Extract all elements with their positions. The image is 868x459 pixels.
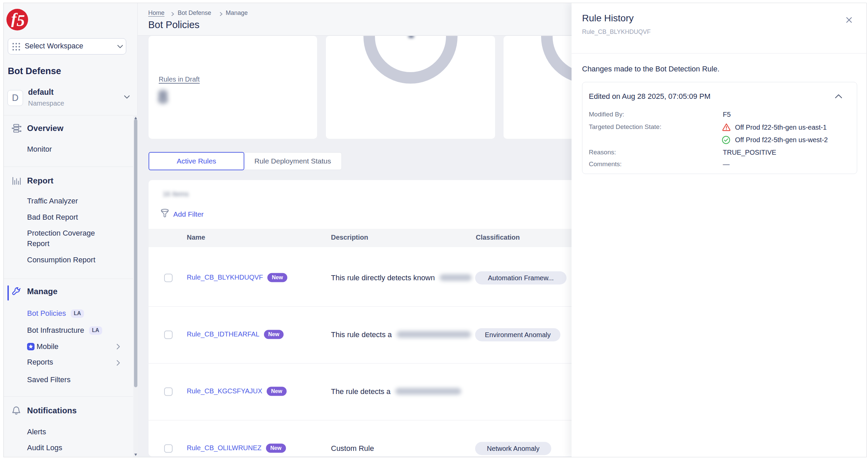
svg-text:5: 5 [17, 11, 25, 30]
